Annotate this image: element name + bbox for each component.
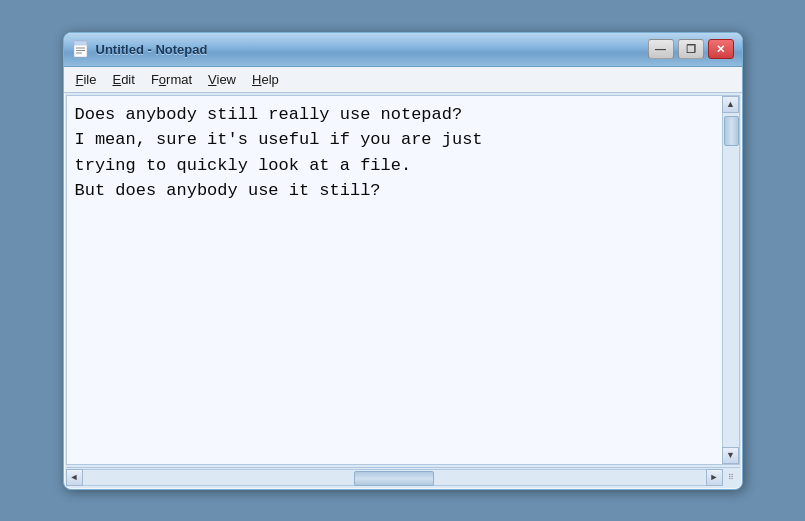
menu-format[interactable]: Format [143, 69, 200, 90]
menu-file[interactable]: File [68, 69, 105, 90]
scroll-thumb-horizontal[interactable] [354, 471, 434, 486]
menu-edit[interactable]: Edit [104, 69, 142, 90]
scroll-right-button[interactable]: ► [706, 469, 723, 486]
scroll-track-vertical[interactable] [723, 113, 739, 447]
text-wrapper [67, 96, 722, 464]
scroll-track-horizontal[interactable] [83, 469, 706, 486]
resize-corner[interactable]: ⠿ [723, 469, 740, 486]
scroll-left-button[interactable]: ◄ [66, 469, 83, 486]
close-button[interactable]: ✕ [708, 39, 734, 59]
maximize-button[interactable]: ❐ [678, 39, 704, 59]
svg-rect-1 [74, 41, 87, 45]
minimize-button[interactable]: — [648, 39, 674, 59]
scroll-down-button[interactable]: ▼ [722, 447, 739, 464]
menu-help[interactable]: Help [244, 69, 287, 90]
horizontal-scrollbar-bar: ◄ ► ⠿ [66, 467, 740, 487]
window-title: Untitled - Notepad [96, 42, 648, 57]
menu-bar: File Edit Format View Help [64, 67, 742, 93]
editor-area: ▲ ▼ [66, 95, 740, 465]
scroll-up-button[interactable]: ▲ [722, 96, 739, 113]
menu-view[interactable]: View [200, 69, 244, 90]
notepad-window: Untitled - Notepad — ❐ ✕ File Edit Forma… [63, 32, 743, 490]
notepad-icon [72, 40, 90, 58]
vertical-scrollbar: ▲ ▼ [722, 96, 739, 464]
title-bar: Untitled - Notepad — ❐ ✕ [64, 33, 742, 67]
window-controls: — ❐ ✕ [648, 39, 734, 59]
editor-textarea[interactable] [67, 96, 722, 464]
scroll-thumb-vertical[interactable] [724, 116, 739, 146]
